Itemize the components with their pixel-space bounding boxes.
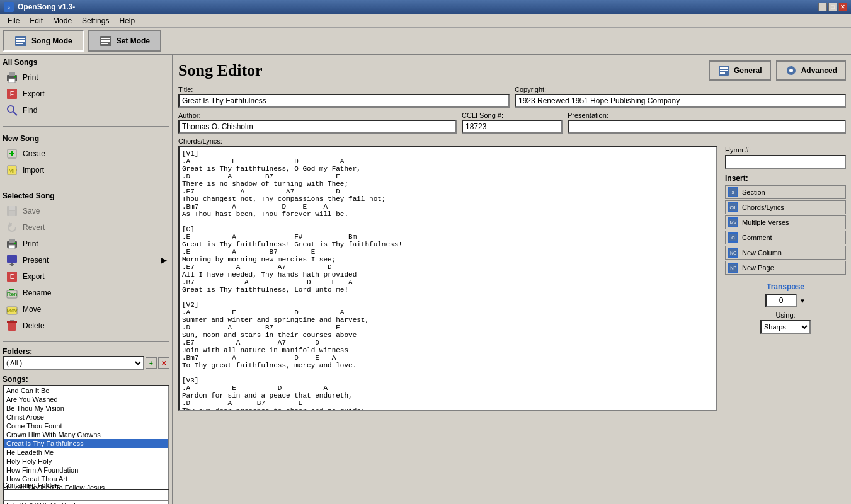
menu-file[interactable]: File bbox=[3, 15, 25, 26]
rename-icon: Ren bbox=[5, 286, 19, 300]
mode-bar: Song Mode Set Mode bbox=[0, 28, 851, 55]
divider3 bbox=[3, 341, 169, 342]
present-button[interactable]: Present ▶ bbox=[3, 252, 169, 268]
all-songs-print-label: Print bbox=[23, 73, 38, 82]
menu-edit[interactable]: Edit bbox=[25, 15, 48, 26]
title-input[interactable] bbox=[178, 94, 510, 108]
containing-folder-input[interactable] bbox=[3, 489, 169, 501]
save-icon bbox=[5, 204, 19, 218]
general-button[interactable]: General bbox=[709, 60, 771, 81]
selected-print-icon bbox=[5, 237, 19, 251]
find-button[interactable]: Find bbox=[3, 102, 169, 118]
song-item[interactable]: He Leadeth Me bbox=[4, 448, 168, 457]
minimize-button[interactable]: _ bbox=[818, 3, 827, 11]
advanced-button[interactable]: Advanced bbox=[776, 60, 846, 81]
selected-print-label: Print bbox=[23, 239, 38, 248]
delete-button[interactable]: Delete bbox=[3, 318, 169, 334]
song-item[interactable]: Come Thou Fount bbox=[4, 421, 168, 430]
svg-text:IMP: IMP bbox=[7, 168, 17, 174]
all-songs-export-button[interactable]: E Export bbox=[3, 86, 169, 102]
svg-text:Ren: Ren bbox=[7, 291, 18, 297]
svg-text:Mov: Mov bbox=[6, 307, 18, 314]
rename-button[interactable]: Ren Rename bbox=[3, 285, 169, 301]
lyrics-wrapper bbox=[178, 146, 717, 413]
content-area: Song Editor General Advanced Title: Copy… bbox=[173, 55, 851, 504]
svg-text:E: E bbox=[10, 273, 14, 280]
insert-new-page-icon: NP bbox=[728, 263, 738, 273]
titlebar-left: ♪ OpenSong v1.3- bbox=[4, 2, 75, 12]
all-songs-print-button[interactable]: Print bbox=[3, 69, 169, 86]
svg-point-14 bbox=[8, 106, 14, 112]
folder-select[interactable]: ( All ) bbox=[3, 356, 144, 370]
using-select[interactable]: Sharps Flats bbox=[760, 320, 811, 334]
lyrics-textarea[interactable] bbox=[178, 146, 717, 411]
svg-rect-22 bbox=[9, 206, 15, 210]
song-item[interactable]: Be Thou My Vision bbox=[4, 404, 168, 413]
ccli-label: CCLI Song #: bbox=[462, 112, 563, 119]
transpose-input[interactable] bbox=[765, 294, 797, 307]
selected-export-button[interactable]: E Export bbox=[3, 268, 169, 285]
insert-section-button[interactable]: S Section bbox=[725, 185, 846, 199]
import-button[interactable]: IMP Import bbox=[3, 162, 169, 178]
svg-text:C: C bbox=[731, 235, 735, 241]
song-item[interactable]: Holy Holy Holy bbox=[4, 457, 168, 466]
divider2 bbox=[3, 186, 169, 186]
svg-rect-44 bbox=[720, 72, 725, 74]
svg-rect-7 bbox=[101, 43, 108, 44]
presentation-input[interactable] bbox=[568, 120, 846, 134]
svg-text:E: E bbox=[10, 91, 14, 98]
insert-chords-icon: C/L bbox=[728, 202, 738, 212]
hymn-input[interactable] bbox=[725, 155, 846, 169]
author-group: Author: bbox=[178, 112, 457, 134]
close-button[interactable]: ✕ bbox=[838, 3, 847, 11]
song-mode-button[interactable]: Song Mode bbox=[3, 30, 84, 52]
copyright-input[interactable] bbox=[515, 94, 846, 108]
song-item[interactable]: Christ Arose bbox=[4, 413, 168, 421]
save-button[interactable]: Save bbox=[3, 203, 169, 219]
insert-new-page-button[interactable]: NP New Page bbox=[725, 261, 846, 275]
ccli-input[interactable] bbox=[462, 120, 563, 134]
song-item[interactable]: Great Is Thy Faithfulness bbox=[4, 439, 168, 448]
create-icon bbox=[5, 147, 19, 161]
left-panel: All Songs Print E Export Find bbox=[0, 55, 173, 504]
selected-export-icon: E bbox=[5, 270, 19, 284]
selected-print-button[interactable]: Print bbox=[3, 236, 169, 252]
create-button[interactable]: Create bbox=[3, 146, 169, 162]
titlebar-controls[interactable]: _ □ ✕ bbox=[818, 3, 847, 11]
svg-text:C/L: C/L bbox=[730, 205, 737, 210]
insert-new-page-label: New Page bbox=[742, 264, 774, 272]
revert-label: Revert bbox=[23, 223, 45, 232]
move-button[interactable]: Mov Move bbox=[3, 301, 169, 318]
insert-new-column-button[interactable]: NC New Column bbox=[725, 246, 846, 260]
menu-mode[interactable]: Mode bbox=[48, 15, 77, 26]
svg-rect-26 bbox=[9, 239, 15, 243]
create-label: Create bbox=[23, 149, 45, 158]
insert-multiple-button[interactable]: MV Multiple Verses bbox=[725, 215, 846, 229]
ccli-group: CCLI Song #: bbox=[462, 112, 563, 134]
move-icon: Mov bbox=[5, 302, 19, 316]
song-item[interactable]: Are You Washed bbox=[4, 395, 168, 404]
maximize-button[interactable]: □ bbox=[828, 3, 837, 11]
menu-settings[interactable]: Settings bbox=[77, 15, 114, 26]
insert-comment-button[interactable]: C Comment bbox=[725, 231, 846, 244]
find-label: Find bbox=[23, 106, 37, 115]
revert-button[interactable]: Revert bbox=[3, 219, 169, 236]
using-label: Using: bbox=[725, 311, 846, 319]
insert-chords-button[interactable]: C/L Chords/Lyrics bbox=[725, 200, 846, 214]
author-input[interactable] bbox=[178, 120, 457, 134]
editor-title: Song Editor bbox=[178, 61, 263, 80]
songs-section: Songs: And Can It BeAre You WashedBe Tho… bbox=[3, 375, 169, 474]
set-mode-button[interactable]: Set Mode bbox=[88, 30, 161, 52]
add-folder-button[interactable]: + bbox=[146, 357, 157, 369]
menu-help[interactable]: Help bbox=[114, 15, 140, 26]
song-item[interactable]: How Firm A Foundation bbox=[4, 466, 168, 474]
remove-folder-button[interactable]: ✕ bbox=[158, 357, 169, 369]
copyright-group: Copyright: bbox=[515, 86, 846, 108]
set-mode-label: Set Mode bbox=[117, 37, 150, 45]
presentation-group: Presentation: bbox=[568, 112, 846, 134]
song-item[interactable]: And Can It Be bbox=[4, 386, 168, 395]
song-item[interactable]: Crown Him With Many Crowns bbox=[4, 430, 168, 439]
containing-folder-label: Containing Folder: bbox=[3, 481, 169, 489]
svg-rect-43 bbox=[720, 70, 728, 71]
selected-export-label: Export bbox=[23, 272, 45, 281]
